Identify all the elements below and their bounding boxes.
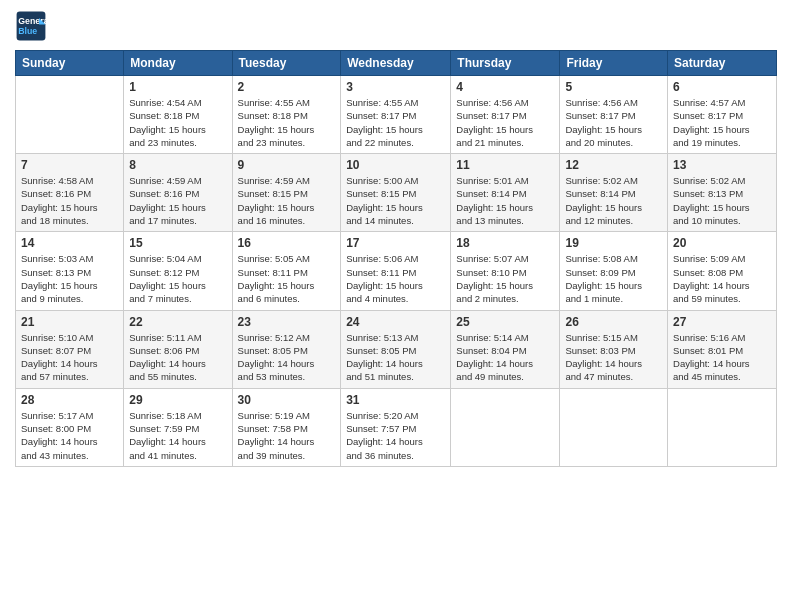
- day-number: 7: [21, 158, 118, 172]
- day-number: 16: [238, 236, 336, 250]
- day-number: 19: [565, 236, 662, 250]
- day-cell: 19Sunrise: 5:08 AM Sunset: 8:09 PM Dayli…: [560, 232, 668, 310]
- day-info: Sunrise: 5:19 AM Sunset: 7:58 PM Dayligh…: [238, 409, 336, 462]
- page: General Blue SundayMondayTuesdayWednesda…: [0, 0, 792, 612]
- day-number: 22: [129, 315, 226, 329]
- day-cell: 24Sunrise: 5:13 AM Sunset: 8:05 PM Dayli…: [341, 310, 451, 388]
- day-number: 10: [346, 158, 445, 172]
- weekday-header-monday: Monday: [124, 51, 232, 76]
- day-info: Sunrise: 4:59 AM Sunset: 8:15 PM Dayligh…: [238, 174, 336, 227]
- day-info: Sunrise: 4:55 AM Sunset: 8:18 PM Dayligh…: [238, 96, 336, 149]
- day-number: 20: [673, 236, 771, 250]
- day-cell: 7Sunrise: 4:58 AM Sunset: 8:16 PM Daylig…: [16, 154, 124, 232]
- day-cell: 8Sunrise: 4:59 AM Sunset: 8:16 PM Daylig…: [124, 154, 232, 232]
- day-number: 24: [346, 315, 445, 329]
- day-cell: 12Sunrise: 5:02 AM Sunset: 8:14 PM Dayli…: [560, 154, 668, 232]
- day-info: Sunrise: 5:12 AM Sunset: 8:05 PM Dayligh…: [238, 331, 336, 384]
- day-cell: [451, 388, 560, 466]
- svg-text:General: General: [18, 16, 47, 26]
- day-info: Sunrise: 5:02 AM Sunset: 8:14 PM Dayligh…: [565, 174, 662, 227]
- weekday-header-wednesday: Wednesday: [341, 51, 451, 76]
- day-cell: 10Sunrise: 5:00 AM Sunset: 8:15 PM Dayli…: [341, 154, 451, 232]
- day-number: 3: [346, 80, 445, 94]
- day-info: Sunrise: 5:18 AM Sunset: 7:59 PM Dayligh…: [129, 409, 226, 462]
- day-cell: 29Sunrise: 5:18 AM Sunset: 7:59 PM Dayli…: [124, 388, 232, 466]
- day-number: 1: [129, 80, 226, 94]
- weekday-header-friday: Friday: [560, 51, 668, 76]
- day-number: 4: [456, 80, 554, 94]
- weekday-header-tuesday: Tuesday: [232, 51, 341, 76]
- day-number: 9: [238, 158, 336, 172]
- logo: General Blue: [15, 10, 51, 42]
- day-number: 26: [565, 315, 662, 329]
- day-cell: 14Sunrise: 5:03 AM Sunset: 8:13 PM Dayli…: [16, 232, 124, 310]
- day-number: 6: [673, 80, 771, 94]
- day-info: Sunrise: 5:09 AM Sunset: 8:08 PM Dayligh…: [673, 252, 771, 305]
- day-info: Sunrise: 5:14 AM Sunset: 8:04 PM Dayligh…: [456, 331, 554, 384]
- header: General Blue: [15, 10, 777, 42]
- weekday-header-saturday: Saturday: [668, 51, 777, 76]
- day-number: 27: [673, 315, 771, 329]
- day-number: 8: [129, 158, 226, 172]
- day-info: Sunrise: 4:56 AM Sunset: 8:17 PM Dayligh…: [456, 96, 554, 149]
- day-info: Sunrise: 4:59 AM Sunset: 8:16 PM Dayligh…: [129, 174, 226, 227]
- day-cell: 26Sunrise: 5:15 AM Sunset: 8:03 PM Dayli…: [560, 310, 668, 388]
- day-number: 28: [21, 393, 118, 407]
- week-row-1: 1Sunrise: 4:54 AM Sunset: 8:18 PM Daylig…: [16, 76, 777, 154]
- day-info: Sunrise: 5:07 AM Sunset: 8:10 PM Dayligh…: [456, 252, 554, 305]
- day-cell: 25Sunrise: 5:14 AM Sunset: 8:04 PM Dayli…: [451, 310, 560, 388]
- day-number: 12: [565, 158, 662, 172]
- day-info: Sunrise: 5:01 AM Sunset: 8:14 PM Dayligh…: [456, 174, 554, 227]
- day-info: Sunrise: 5:20 AM Sunset: 7:57 PM Dayligh…: [346, 409, 445, 462]
- day-cell: 3Sunrise: 4:55 AM Sunset: 8:17 PM Daylig…: [341, 76, 451, 154]
- day-cell: 27Sunrise: 5:16 AM Sunset: 8:01 PM Dayli…: [668, 310, 777, 388]
- day-info: Sunrise: 5:15 AM Sunset: 8:03 PM Dayligh…: [565, 331, 662, 384]
- day-info: Sunrise: 5:03 AM Sunset: 8:13 PM Dayligh…: [21, 252, 118, 305]
- day-info: Sunrise: 5:08 AM Sunset: 8:09 PM Dayligh…: [565, 252, 662, 305]
- day-number: 31: [346, 393, 445, 407]
- day-number: 15: [129, 236, 226, 250]
- week-row-2: 7Sunrise: 4:58 AM Sunset: 8:16 PM Daylig…: [16, 154, 777, 232]
- day-number: 18: [456, 236, 554, 250]
- day-info: Sunrise: 5:05 AM Sunset: 8:11 PM Dayligh…: [238, 252, 336, 305]
- day-info: Sunrise: 5:00 AM Sunset: 8:15 PM Dayligh…: [346, 174, 445, 227]
- day-cell: 20Sunrise: 5:09 AM Sunset: 8:08 PM Dayli…: [668, 232, 777, 310]
- day-info: Sunrise: 5:17 AM Sunset: 8:00 PM Dayligh…: [21, 409, 118, 462]
- day-cell: 30Sunrise: 5:19 AM Sunset: 7:58 PM Dayli…: [232, 388, 341, 466]
- svg-text:Blue: Blue: [18, 26, 37, 36]
- day-number: 30: [238, 393, 336, 407]
- day-cell: 2Sunrise: 4:55 AM Sunset: 8:18 PM Daylig…: [232, 76, 341, 154]
- day-number: 17: [346, 236, 445, 250]
- day-cell: 22Sunrise: 5:11 AM Sunset: 8:06 PM Dayli…: [124, 310, 232, 388]
- day-cell: 18Sunrise: 5:07 AM Sunset: 8:10 PM Dayli…: [451, 232, 560, 310]
- day-info: Sunrise: 5:06 AM Sunset: 8:11 PM Dayligh…: [346, 252, 445, 305]
- week-row-3: 14Sunrise: 5:03 AM Sunset: 8:13 PM Dayli…: [16, 232, 777, 310]
- day-info: Sunrise: 4:56 AM Sunset: 8:17 PM Dayligh…: [565, 96, 662, 149]
- calendar: SundayMondayTuesdayWednesdayThursdayFrid…: [15, 50, 777, 467]
- day-cell: 31Sunrise: 5:20 AM Sunset: 7:57 PM Dayli…: [341, 388, 451, 466]
- day-number: 11: [456, 158, 554, 172]
- day-cell: [668, 388, 777, 466]
- day-cell: 6Sunrise: 4:57 AM Sunset: 8:17 PM Daylig…: [668, 76, 777, 154]
- weekday-header-row: SundayMondayTuesdayWednesdayThursdayFrid…: [16, 51, 777, 76]
- weekday-header-thursday: Thursday: [451, 51, 560, 76]
- day-cell: 28Sunrise: 5:17 AM Sunset: 8:00 PM Dayli…: [16, 388, 124, 466]
- day-number: 25: [456, 315, 554, 329]
- day-cell: 11Sunrise: 5:01 AM Sunset: 8:14 PM Dayli…: [451, 154, 560, 232]
- day-info: Sunrise: 4:55 AM Sunset: 8:17 PM Dayligh…: [346, 96, 445, 149]
- day-cell: [16, 76, 124, 154]
- day-number: 21: [21, 315, 118, 329]
- logo-icon: General Blue: [15, 10, 47, 42]
- day-cell: 9Sunrise: 4:59 AM Sunset: 8:15 PM Daylig…: [232, 154, 341, 232]
- day-info: Sunrise: 4:58 AM Sunset: 8:16 PM Dayligh…: [21, 174, 118, 227]
- day-number: 13: [673, 158, 771, 172]
- day-cell: 13Sunrise: 5:02 AM Sunset: 8:13 PM Dayli…: [668, 154, 777, 232]
- weekday-header-sunday: Sunday: [16, 51, 124, 76]
- day-number: 2: [238, 80, 336, 94]
- day-info: Sunrise: 5:16 AM Sunset: 8:01 PM Dayligh…: [673, 331, 771, 384]
- day-cell: 21Sunrise: 5:10 AM Sunset: 8:07 PM Dayli…: [16, 310, 124, 388]
- day-number: 5: [565, 80, 662, 94]
- day-info: Sunrise: 4:54 AM Sunset: 8:18 PM Dayligh…: [129, 96, 226, 149]
- day-cell: 16Sunrise: 5:05 AM Sunset: 8:11 PM Dayli…: [232, 232, 341, 310]
- day-cell: 4Sunrise: 4:56 AM Sunset: 8:17 PM Daylig…: [451, 76, 560, 154]
